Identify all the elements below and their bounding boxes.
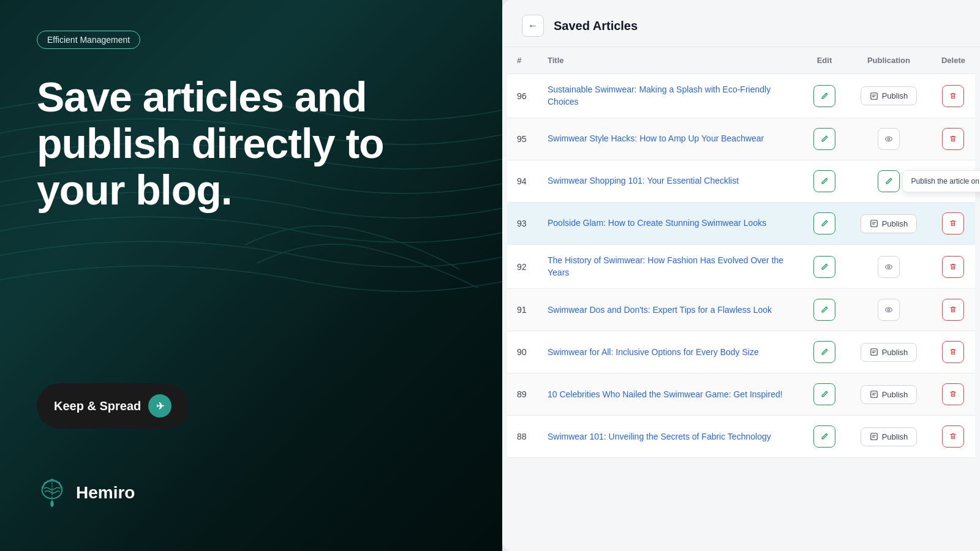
row-publication-cell: Publish — [846, 203, 932, 245]
publish-icon — [870, 92, 878, 100]
left-panel: Efficient Management Save articles and p… — [0, 0, 502, 551]
back-icon: ← — [528, 20, 538, 31]
row-edit-cell — [803, 331, 846, 373]
publish-label: Publish — [882, 219, 908, 228]
row-delete-cell — [932, 74, 975, 118]
view-button[interactable] — [878, 256, 900, 278]
article-link[interactable]: Swimwear Dos and Don'ts: Expert Tips for… — [548, 305, 772, 315]
edit-button[interactable] — [813, 341, 835, 363]
view-button[interactable] — [878, 128, 900, 150]
svg-point-17 — [886, 308, 892, 312]
brand-name: Hemiro — [76, 483, 135, 503]
article-link[interactable]: Swimwear Style Hacks: How to Amp Up Your… — [548, 133, 764, 143]
article-link[interactable]: Swimwear Shopping 101: Your Essential Ch… — [548, 176, 739, 186]
row-delete-cell — [932, 160, 975, 203]
row-delete-cell — [932, 373, 975, 416]
edit-button[interactable] — [813, 299, 835, 321]
article-link[interactable]: Swimwear 101: Unveiling the Secrets of F… — [548, 432, 771, 441]
publish-icon — [870, 390, 878, 399]
brand-logo-icon — [37, 478, 67, 508]
publish-button[interactable]: Publish — [861, 86, 918, 105]
send-icon: ✈ — [148, 394, 172, 418]
article-link[interactable]: Sustainable Swimwear: Making a Splash wi… — [548, 84, 771, 107]
svg-rect-21 — [870, 349, 877, 356]
edit-button[interactable] — [813, 383, 835, 405]
delete-button[interactable] — [942, 299, 964, 321]
eye-icon — [884, 305, 893, 314]
row-num: 88 — [507, 416, 538, 458]
row-edit-cell — [803, 160, 846, 203]
row-title[interactable]: Sustainable Swimwear: Making a Splash wi… — [538, 74, 803, 118]
publish-label: Publish — [882, 432, 908, 441]
publish-label: Publish — [882, 91, 908, 100]
edit-button[interactable] — [813, 425, 835, 448]
row-title[interactable]: Swimwear Shopping 101: Your Essential Ch… — [538, 160, 803, 203]
publish-icon — [870, 219, 878, 228]
publish-button[interactable]: Publish — [861, 385, 918, 404]
row-edit-cell — [803, 118, 846, 160]
hero-title: Save articles and publish directly to yo… — [37, 73, 466, 213]
row-edit-cell — [803, 289, 846, 331]
delete-button[interactable] — [942, 212, 964, 234]
row-title[interactable]: Swimwear Dos and Don'ts: Expert Tips for… — [538, 289, 803, 331]
delete-button[interactable] — [942, 425, 964, 448]
row-num: 93 — [507, 203, 538, 245]
row-edit-cell — [803, 416, 846, 458]
svg-point-5 — [888, 138, 890, 140]
publish-button[interactable]: Publish — [861, 214, 918, 233]
publish-icon — [870, 432, 878, 441]
cta-button[interactable]: Keep & Spread ✈ — [37, 383, 189, 429]
trash-icon — [949, 263, 957, 271]
svg-point-4 — [886, 137, 892, 141]
article-link[interactable]: The History of Swimwear: How Fashion Has… — [548, 255, 783, 277]
table-row: 92The History of Swimwear: How Fashion H… — [507, 245, 975, 289]
edit-button[interactable] — [813, 212, 835, 234]
row-title[interactable]: Poolside Glam: How to Create Stunning Sw… — [538, 203, 803, 245]
row-num: 94 — [507, 160, 538, 203]
article-link[interactable]: 10 Celebrities Who Nailed the Swimwear G… — [548, 389, 783, 399]
row-publication-cell: Publish — [846, 416, 932, 458]
delete-button[interactable] — [942, 256, 964, 278]
row-edit-cell — [803, 74, 846, 118]
article-link[interactable]: Poolside Glam: How to Create Stunning Sw… — [548, 218, 766, 228]
article-link[interactable]: Swimwear for All: Inclusive Options for … — [548, 347, 759, 357]
row-title[interactable]: Swimwear for All: Inclusive Options for … — [538, 331, 803, 373]
edit-button[interactable] — [813, 170, 835, 192]
row-delete-cell — [932, 118, 975, 160]
articles-card: ← Saved Articles # Title Edit Publicatio… — [502, 0, 980, 551]
row-num: 95 — [507, 118, 538, 160]
row-publication-cell — [846, 118, 932, 160]
row-publication-cell — [846, 289, 932, 331]
table-row: 96Sustainable Swimwear: Making a Splash … — [507, 74, 975, 118]
delete-button[interactable] — [942, 128, 964, 150]
right-panel: ← Saved Articles # Title Edit Publicatio… — [502, 0, 980, 551]
delete-button[interactable] — [942, 170, 964, 192]
table-row: 91Swimwear Dos and Don'ts: Expert Tips f… — [507, 289, 975, 331]
publish-tooltip-trigger[interactable] — [878, 170, 900, 192]
publish-button[interactable]: Publish — [861, 343, 918, 362]
back-button[interactable]: ← — [522, 15, 544, 37]
row-title[interactable]: 10 Celebrities Who Nailed the Swimwear G… — [538, 373, 803, 416]
delete-button[interactable] — [942, 341, 964, 363]
edit-button[interactable] — [813, 128, 835, 150]
edit-button[interactable] — [813, 85, 835, 107]
table-row: 88Swimwear 101: Unveiling the Secrets of… — [507, 416, 975, 458]
col-header-edit: Edit — [803, 47, 846, 74]
row-title[interactable]: Swimwear 101: Unveiling the Secrets of F… — [538, 416, 803, 458]
trash-icon — [949, 219, 957, 228]
row-title[interactable]: Swimwear Style Hacks: How to Amp Up Your… — [538, 118, 803, 160]
brand: Hemiro — [37, 478, 466, 508]
row-title[interactable]: The History of Swimwear: How Fashion Has… — [538, 245, 803, 289]
edit-button[interactable] — [813, 256, 835, 278]
row-delete-cell — [932, 416, 975, 458]
trash-icon — [949, 390, 957, 399]
table-row: 90Swimwear for All: Inclusive Options fo… — [507, 331, 975, 373]
publish-button[interactable]: Publish — [861, 427, 918, 446]
svg-point-18 — [888, 309, 890, 312]
delete-button[interactable] — [942, 85, 964, 107]
row-num: 96 — [507, 74, 538, 118]
articles-table: # Title Edit Publication Delete 96Sustai… — [507, 47, 975, 458]
delete-button[interactable] — [942, 383, 964, 405]
row-publication-cell: Publish the article on your blog (as hid… — [846, 160, 932, 203]
view-button[interactable] — [878, 299, 900, 321]
